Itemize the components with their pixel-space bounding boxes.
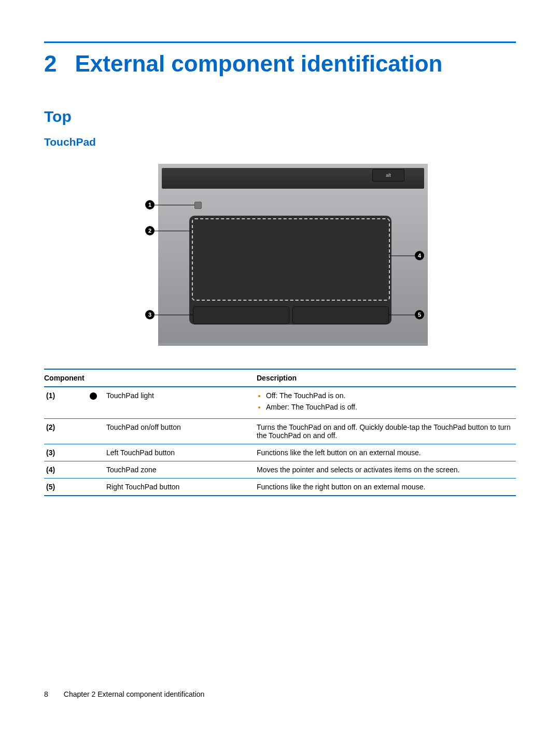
chapter-title: External component identification: [75, 51, 442, 77]
diagram-touchpad-light: [194, 202, 202, 209]
callout-3: 3: [145, 310, 155, 319]
component-table: Component Description (1) TouchPad light…: [44, 369, 516, 496]
touchpad-diagram: alt 1 2 3 4 5: [130, 164, 430, 350]
table-row: (2) TouchPad on/off button Turns the Tou…: [44, 418, 516, 444]
subsection-title: TouchPad: [44, 136, 516, 148]
col-component: Component: [44, 374, 257, 382]
diagram-right-button: [292, 306, 389, 324]
chapter-heading: 2 External component identification: [44, 51, 516, 77]
table-row: (3) Left TouchPad button Functions like …: [44, 444, 516, 461]
page-footer: 8 Chapter 2 External component identific…: [44, 690, 204, 698]
col-description: Description: [257, 374, 516, 382]
callout-5: 5: [415, 310, 424, 319]
page-number: 8: [44, 690, 48, 698]
callout-2: 2: [145, 226, 155, 235]
callout-4: 4: [415, 251, 424, 260]
section-title: Top: [44, 108, 516, 125]
table-row: (1) TouchPad light Off: The TouchPad is …: [44, 387, 516, 418]
table-row: (4) TouchPad zone Moves the pointer and …: [44, 461, 516, 478]
table-row: (5) Right TouchPad button Functions like…: [44, 478, 516, 495]
chapter-number: 2: [44, 51, 57, 77]
diagram-left-button: [193, 306, 289, 324]
alt-key-label: alt: [372, 169, 404, 181]
footer-text: Chapter 2 External component identificat…: [64, 690, 205, 698]
touchpad-light-icon: [90, 392, 97, 400]
callout-1: 1: [145, 200, 155, 209]
